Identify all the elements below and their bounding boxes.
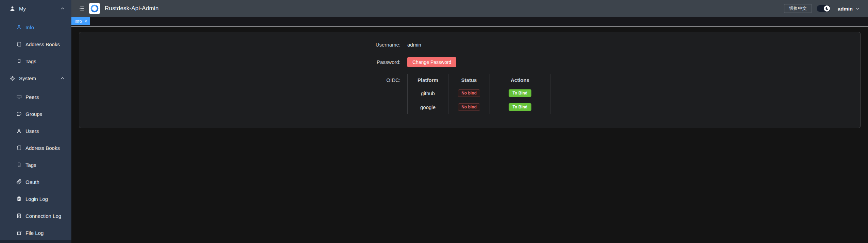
sidebar-group-my[interactable]: My — [0, 0, 71, 17]
tabs-bar: Info × — [71, 17, 868, 26]
sidebar-item-label: Connection Log — [25, 213, 61, 219]
profile-card: Username: admin Password: Change Passwor… — [79, 32, 861, 128]
table-row: github No bind To Bind — [408, 86, 550, 100]
to-bind-button[interactable]: To Bind — [509, 103, 532, 111]
username-value: admin — [407, 40, 421, 50]
sidebar-item-tags-2[interactable]: Tags — [0, 156, 71, 173]
language-switch-button[interactable]: 切换中文 — [784, 4, 812, 13]
password-label: Password: — [79, 57, 401, 67]
password-row: Password: Change Password — [79, 57, 860, 67]
tab-info[interactable]: Info × — [71, 17, 90, 25]
sidebar-item-label: Tags — [25, 58, 36, 64]
sidebar-item-info[interactable]: Info — [0, 19, 71, 36]
username-row: Username: admin — [79, 40, 860, 50]
oidc-platform: google — [408, 100, 448, 114]
paperclip-icon — [16, 179, 22, 185]
bookmark-icon — [16, 58, 22, 64]
sidebar-item-peers[interactable]: Peers — [0, 88, 71, 105]
sidebar-item-label: Info — [25, 24, 34, 30]
chevron-up-icon — [61, 76, 65, 80]
sidebar-item-login-log[interactable]: Login Log — [0, 190, 71, 207]
user-icon — [16, 128, 22, 134]
sidebar-item-label: Groups — [25, 111, 42, 117]
rustdesk-logo — [89, 3, 100, 14]
oidc-header-status: Status — [448, 74, 490, 86]
tab-label: Info — [74, 19, 82, 24]
app-title: Rustdesk-Api-Admin — [105, 5, 159, 12]
sidebar-item-label: Address Books — [25, 41, 60, 47]
oidc-label: OIDC: — [79, 74, 401, 114]
sidebar-item-groups[interactable]: Groups — [0, 105, 71, 122]
monitor-icon — [16, 94, 22, 100]
sidebar-item-label: Users — [25, 128, 39, 134]
sidebar-item-label: Oauth — [25, 179, 39, 185]
bookmark-icon — [16, 162, 22, 168]
sidebar: My Info Address Books Tags — [0, 0, 71, 243]
sidebar-item-file-log[interactable]: File Log — [0, 224, 71, 241]
sidebar-group-system[interactable]: System — [0, 70, 71, 87]
fold-icon[interactable] — [79, 6, 84, 11]
sidebar-item-label: System — [19, 75, 36, 81]
clipboard-icon — [16, 196, 22, 202]
document-icon — [16, 213, 22, 219]
notebook-icon — [16, 41, 22, 47]
sidebar-submenu-system: Peers Groups Users Address Books Tags — [0, 87, 71, 241]
user-icon — [16, 24, 22, 30]
theme-toggle[interactable] — [817, 5, 830, 12]
chat-bubble-icon — [16, 111, 22, 117]
sidebar-bottom-shadow — [0, 240, 71, 243]
to-bind-button[interactable]: To Bind — [509, 89, 532, 97]
main-content: Username: admin Password: Change Passwor… — [71, 27, 868, 243]
sidebar-item-label: Tags — [25, 162, 36, 168]
gear-icon — [10, 75, 15, 81]
status-badge: No bind — [458, 103, 480, 111]
moon-icon — [825, 6, 829, 11]
sidebar-item-label: My — [19, 6, 26, 12]
change-password-button[interactable]: Change Password — [407, 57, 456, 67]
username-label: Username: — [79, 40, 401, 50]
status-badge: No bind — [458, 89, 480, 97]
chevron-down-icon — [855, 6, 860, 11]
sidebar-item-label: Peers — [25, 94, 39, 100]
header-actions: 切换中文 admin — [784, 4, 860, 13]
theme-toggle-knob — [824, 5, 830, 12]
archive-box-icon — [16, 230, 22, 236]
top-navbar: Rustdesk-Api-Admin 切换中文 admin — [71, 0, 868, 17]
sidebar-item-label: File Log — [25, 230, 44, 236]
notebook-icon — [16, 145, 22, 151]
sidebar-submenu-my: Info Address Books Tags — [0, 17, 71, 70]
tab-close-icon[interactable]: × — [85, 19, 87, 23]
oidc-header-actions: Actions — [490, 74, 550, 86]
user-dropdown[interactable]: admin — [838, 6, 860, 12]
sidebar-item-label: Login Log — [25, 196, 48, 202]
table-row: google No bind To Bind — [408, 100, 550, 114]
sidebar-item-users[interactable]: Users — [0, 122, 71, 139]
sidebar-item-tags[interactable]: Tags — [0, 53, 71, 70]
sidebar-item-connection-log[interactable]: Connection Log — [0, 207, 71, 224]
oidc-platform: github — [408, 86, 448, 100]
user-name: admin — [838, 6, 853, 12]
sidebar-item-address-books[interactable]: Address Books — [0, 36, 71, 53]
user-filled-icon — [10, 6, 15, 12]
oidc-row: OIDC: Platform Status Actions github — [79, 74, 860, 114]
oidc-table: Platform Status Actions github No bind — [407, 74, 550, 114]
sidebar-item-address-books-2[interactable]: Address Books — [0, 139, 71, 156]
chevron-up-icon — [61, 6, 65, 11]
oidc-header-platform: Platform — [408, 74, 448, 86]
sidebar-item-oauth[interactable]: Oauth — [0, 173, 71, 190]
sidebar-item-label: Address Books — [25, 145, 60, 151]
